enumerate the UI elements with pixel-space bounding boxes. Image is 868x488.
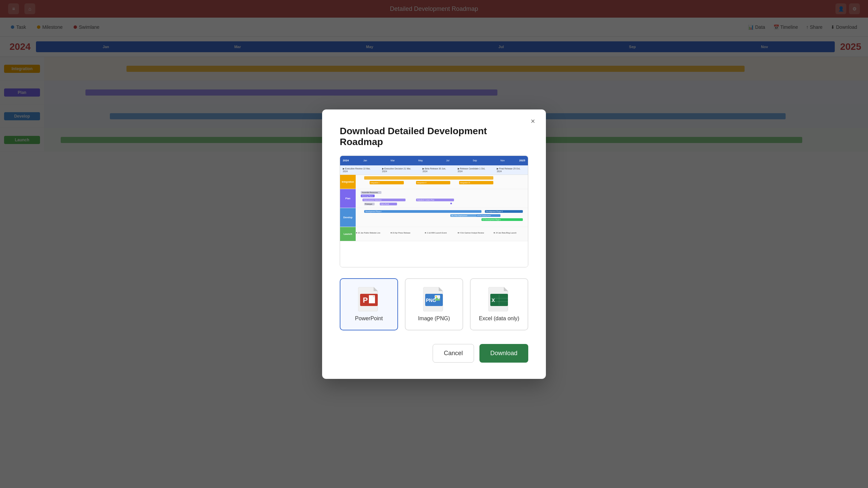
modal-actions: Cancel Download (340, 344, 528, 363)
preview-launch-4: ★ 4 Oct Gartner Analyst Review (457, 232, 484, 234)
preview-month-mar: Mar (391, 159, 395, 162)
excel-icon: X (488, 287, 510, 311)
preview-month-jul: Jul (446, 159, 449, 162)
download-button[interactable]: Download (479, 344, 528, 363)
preview-row-integration: Integration (342, 181, 354, 183)
svg-text:P: P (363, 296, 368, 304)
powerpoint-label: PowerPoint (355, 316, 383, 322)
preview-row-launch: Launch (344, 233, 352, 235)
modal-overlay: × Download Detailed Development Roadmap … (0, 0, 868, 488)
preview-event-4: ▶ Release Candidate 1 Oct, 2024 (458, 167, 490, 172)
powerpoint-icon: P (358, 287, 380, 311)
preview-year-right: 2025 (519, 159, 525, 162)
preview-launch-1: ★ 22 Jan Public Website Live (356, 232, 380, 234)
modal-title: Download Detailed Development Roadmap (340, 126, 528, 147)
format-selection: P PowerPoint P (340, 278, 528, 330)
preview-row-plan: Plan (346, 197, 351, 200)
preview-row-develop: Develop (343, 216, 352, 219)
preview-year-left: 2024 (343, 159, 349, 162)
svg-text:X: X (492, 298, 495, 303)
preview-event-3: ▶ Beta Release 30 Jun, 2024 (422, 167, 451, 172)
excel-label: Excel (data only) (479, 316, 519, 322)
format-png[interactable]: PNG Image (PNG) (405, 278, 463, 330)
png-label: Image (PNG) (418, 316, 450, 322)
download-modal: × Download Detailed Development Roadmap … (322, 109, 546, 379)
preview-event-2: ▶ Executive Decision 21 Mar, 2024 (382, 167, 416, 172)
modal-preview: 2024 Jan Mar May Jul Sep Nov 2025 (340, 156, 528, 267)
svg-text:PNG: PNG (426, 298, 436, 303)
png-icon: PNG (423, 287, 445, 311)
svg-point-6 (435, 296, 437, 297)
preview-month-may: May (418, 159, 422, 162)
format-powerpoint[interactable]: P PowerPoint (340, 278, 398, 330)
preview-month-sep: Sep (473, 159, 477, 162)
preview-launch-2: ★ 16 Apr Press Release (390, 232, 411, 234)
format-excel[interactable]: X Excel (data only) (470, 278, 528, 330)
cancel-button[interactable]: Cancel (433, 344, 474, 363)
preview-launch-3: ★ 2 Jul WW Launch Event (425, 232, 447, 234)
preview-event-5: ▶ Final Release 25 Oct, 2024 (497, 167, 525, 172)
preview-month-jan: Jan (363, 159, 367, 162)
preview-launch-5: ★ 24 Jan Beta Blog Launch (493, 232, 516, 234)
modal-close-button[interactable]: × (528, 116, 538, 126)
preview-event-1: ▶ Executive Review 10 Mar, 2024 (343, 167, 375, 172)
preview-month-nov: Nov (500, 159, 505, 162)
